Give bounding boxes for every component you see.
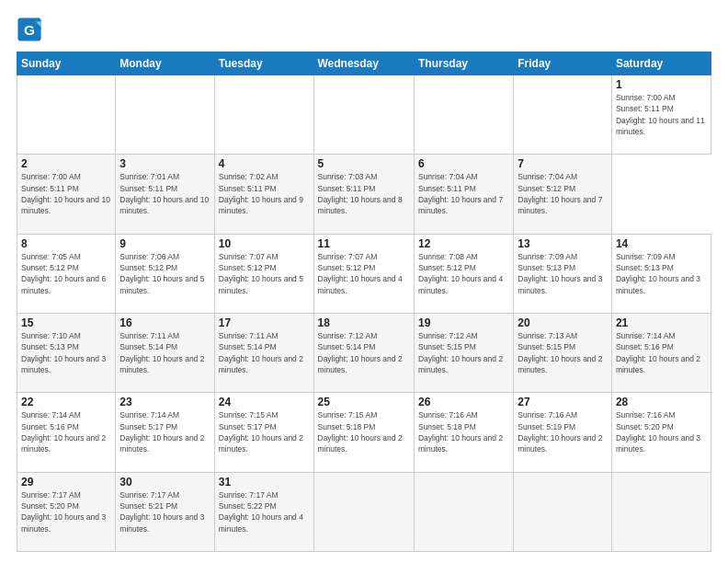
day-info: Sunrise: 7:10 AMSunset: 5:13 PMDaylight:… — [21, 330, 111, 375]
day-number: 30 — [119, 476, 210, 488]
calendar-day-cell: 20Sunrise: 7:13 AMSunset: 5:15 PMDayligh… — [514, 313, 612, 392]
day-info: Sunrise: 7:12 AMSunset: 5:14 PMDaylight:… — [318, 330, 410, 375]
day-info: Sunrise: 7:11 AMSunset: 5:14 PMDaylight:… — [219, 330, 310, 375]
day-of-week-header: Saturday — [611, 52, 711, 75]
calendar-day-cell: 28Sunrise: 7:16 AMSunset: 5:20 PMDayligh… — [611, 393, 711, 472]
day-number: 31 — [219, 476, 310, 488]
calendar-day-cell: 19Sunrise: 7:12 AMSunset: 5:15 PMDayligh… — [414, 313, 513, 392]
day-info: Sunrise: 7:07 AMSunset: 5:12 PMDaylight:… — [318, 251, 410, 296]
day-info: Sunrise: 7:13 AMSunset: 5:15 PMDaylight:… — [518, 330, 608, 375]
header: G — [17, 17, 711, 42]
calendar-week-row: 8Sunrise: 7:05 AMSunset: 5:12 PMDaylight… — [17, 234, 711, 313]
page: G SundayMondayTuesdayWednesdayThursdayFr… — [0, 0, 728, 563]
day-number: 21 — [616, 316, 707, 329]
calendar-day-cell: 9Sunrise: 7:06 AMSunset: 5:12 PMDaylight… — [116, 234, 214, 313]
calendar-header-row: SundayMondayTuesdayWednesdayThursdayFrid… — [17, 52, 711, 75]
empty-day-cell — [214, 75, 313, 155]
day-number: 26 — [418, 396, 509, 408]
day-info: Sunrise: 7:04 AMSunset: 5:12 PMDaylight:… — [518, 171, 608, 216]
calendar-day-cell: 26Sunrise: 7:16 AMSunset: 5:18 PMDayligh… — [414, 393, 513, 472]
day-number: 1 — [616, 78, 707, 91]
day-number: 10 — [219, 237, 310, 250]
day-info: Sunrise: 7:11 AMSunset: 5:14 PMDaylight:… — [119, 330, 210, 375]
calendar: SundayMondayTuesdayWednesdayThursdayFrid… — [17, 52, 711, 552]
day-of-week-header: Sunday — [17, 52, 116, 75]
day-number: 7 — [518, 157, 608, 170]
empty-day-cell — [414, 472, 513, 551]
calendar-day-cell: 3Sunrise: 7:01 AMSunset: 5:11 PMDaylight… — [116, 155, 214, 234]
day-of-week-header: Wednesday — [313, 52, 414, 75]
empty-day-cell — [414, 75, 513, 155]
day-number: 8 — [21, 237, 111, 250]
day-info: Sunrise: 7:07 AMSunset: 5:12 PMDaylight:… — [219, 251, 310, 296]
day-info: Sunrise: 7:00 AMSunset: 5:11 PMDaylight:… — [616, 92, 707, 137]
day-number: 17 — [219, 316, 310, 329]
calendar-day-cell: 8Sunrise: 7:05 AMSunset: 5:12 PMDaylight… — [17, 234, 116, 313]
day-info: Sunrise: 7:15 AMSunset: 5:18 PMDaylight:… — [318, 409, 410, 454]
day-number: 6 — [418, 157, 509, 170]
calendar-day-cell: 31Sunrise: 7:17 AMSunset: 5:22 PMDayligh… — [214, 472, 313, 551]
calendar-week-row: 15Sunrise: 7:10 AMSunset: 5:13 PMDayligh… — [17, 313, 711, 392]
empty-day-cell — [514, 472, 612, 551]
day-info: Sunrise: 7:14 AMSunset: 5:16 PMDaylight:… — [21, 409, 111, 454]
day-info: Sunrise: 7:17 AMSunset: 5:22 PMDaylight:… — [219, 489, 310, 534]
calendar-day-cell: 15Sunrise: 7:10 AMSunset: 5:13 PMDayligh… — [17, 313, 116, 392]
empty-day-cell — [17, 75, 116, 155]
day-of-week-header: Monday — [116, 52, 214, 75]
day-number: 27 — [518, 396, 608, 408]
calendar-day-cell: 12Sunrise: 7:08 AMSunset: 5:12 PMDayligh… — [414, 234, 513, 313]
empty-day-cell — [116, 75, 214, 155]
day-info: Sunrise: 7:00 AMSunset: 5:11 PMDaylight:… — [21, 171, 111, 216]
day-info: Sunrise: 7:16 AMSunset: 5:19 PMDaylight:… — [518, 409, 608, 454]
svg-text:G: G — [24, 22, 35, 38]
day-info: Sunrise: 7:05 AMSunset: 5:12 PMDaylight:… — [21, 251, 111, 296]
day-number: 25 — [318, 396, 410, 408]
day-number: 24 — [219, 396, 310, 408]
calendar-day-cell: 27Sunrise: 7:16 AMSunset: 5:19 PMDayligh… — [514, 393, 612, 472]
day-info: Sunrise: 7:08 AMSunset: 5:12 PMDaylight:… — [418, 251, 509, 296]
calendar-day-cell: 1Sunrise: 7:00 AMSunset: 5:11 PMDaylight… — [611, 75, 711, 155]
calendar-week-row: 29Sunrise: 7:17 AMSunset: 5:20 PMDayligh… — [17, 472, 711, 551]
calendar-day-cell: 24Sunrise: 7:15 AMSunset: 5:17 PMDayligh… — [214, 393, 313, 472]
calendar-day-cell: 6Sunrise: 7:04 AMSunset: 5:11 PMDaylight… — [414, 155, 513, 234]
calendar-day-cell: 11Sunrise: 7:07 AMSunset: 5:12 PMDayligh… — [313, 234, 414, 313]
calendar-day-cell: 22Sunrise: 7:14 AMSunset: 5:16 PMDayligh… — [17, 393, 116, 472]
calendar-week-row: 2Sunrise: 7:00 AMSunset: 5:11 PMDaylight… — [17, 155, 711, 234]
day-of-week-header: Friday — [514, 52, 612, 75]
day-info: Sunrise: 7:15 AMSunset: 5:17 PMDaylight:… — [219, 409, 310, 454]
day-number: 22 — [21, 396, 111, 408]
day-number: 11 — [318, 237, 410, 250]
day-info: Sunrise: 7:09 AMSunset: 5:13 PMDaylight:… — [616, 251, 707, 296]
calendar-day-cell: 10Sunrise: 7:07 AMSunset: 5:12 PMDayligh… — [214, 234, 313, 313]
day-info: Sunrise: 7:01 AMSunset: 5:11 PMDaylight:… — [119, 171, 210, 216]
logo: G — [17, 17, 46, 42]
calendar-day-cell: 17Sunrise: 7:11 AMSunset: 5:14 PMDayligh… — [214, 313, 313, 392]
day-number: 2 — [21, 157, 111, 170]
day-number: 19 — [418, 316, 509, 329]
day-info: Sunrise: 7:16 AMSunset: 5:20 PMDaylight:… — [616, 409, 707, 454]
calendar-week-row: 22Sunrise: 7:14 AMSunset: 5:16 PMDayligh… — [17, 393, 711, 472]
calendar-day-cell: 5Sunrise: 7:03 AMSunset: 5:11 PMDaylight… — [313, 155, 414, 234]
day-of-week-header: Thursday — [414, 52, 513, 75]
calendar-day-cell: 4Sunrise: 7:02 AMSunset: 5:11 PMDaylight… — [214, 155, 313, 234]
day-info: Sunrise: 7:04 AMSunset: 5:11 PMDaylight:… — [418, 171, 509, 216]
calendar-week-row: 1Sunrise: 7:00 AMSunset: 5:11 PMDaylight… — [17, 75, 711, 155]
empty-day-cell — [514, 75, 612, 155]
empty-day-cell — [313, 472, 414, 551]
day-info: Sunrise: 7:06 AMSunset: 5:12 PMDaylight:… — [119, 251, 210, 296]
day-number: 16 — [119, 316, 210, 329]
day-number: 9 — [119, 237, 210, 250]
day-info: Sunrise: 7:14 AMSunset: 5:17 PMDaylight:… — [119, 409, 210, 454]
day-number: 28 — [616, 396, 707, 408]
day-info: Sunrise: 7:02 AMSunset: 5:11 PMDaylight:… — [219, 171, 310, 216]
calendar-day-cell: 23Sunrise: 7:14 AMSunset: 5:17 PMDayligh… — [116, 393, 214, 472]
day-number: 4 — [219, 157, 310, 170]
calendar-day-cell: 2Sunrise: 7:00 AMSunset: 5:11 PMDaylight… — [17, 155, 116, 234]
calendar-day-cell: 14Sunrise: 7:09 AMSunset: 5:13 PMDayligh… — [611, 234, 711, 313]
day-number: 13 — [518, 237, 608, 250]
calendar-day-cell: 29Sunrise: 7:17 AMSunset: 5:20 PMDayligh… — [17, 472, 116, 551]
day-number: 15 — [21, 316, 111, 329]
day-number: 23 — [119, 396, 210, 408]
day-number: 29 — [21, 476, 111, 488]
calendar-day-cell: 25Sunrise: 7:15 AMSunset: 5:18 PMDayligh… — [313, 393, 414, 472]
